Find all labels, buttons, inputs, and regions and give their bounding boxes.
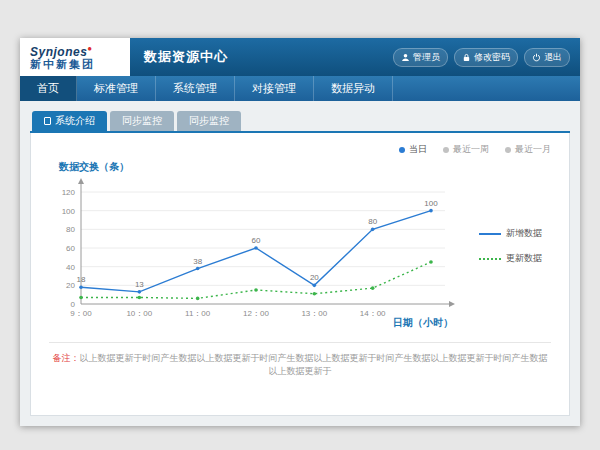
svg-text:14：00: 14：00 xyxy=(360,309,386,318)
footnote-label: 备注： xyxy=(53,353,80,363)
page-title: 数据资源中心 xyxy=(144,48,228,66)
dot-icon xyxy=(399,147,405,153)
user-button[interactable]: 管理员 xyxy=(393,48,448,67)
footnote-text: 以上数据更新于时间产生数据以上数据更新于时间产生数据以上数据更新于时间产生数据以… xyxy=(80,353,548,376)
footnote: 备注：以上数据更新于时间产生数据以上数据更新于时间产生数据以上数据更新于时间产生… xyxy=(49,342,551,378)
change-password-button[interactable]: 修改密码 xyxy=(454,48,518,67)
svg-text:13：00: 13：00 xyxy=(301,309,327,318)
header-actions: 管理员 修改密码 退出 xyxy=(393,48,570,67)
svg-text:100: 100 xyxy=(62,207,76,216)
nav-item-system-mgmt[interactable]: 系统管理 xyxy=(156,76,235,101)
line-sample-solid-icon xyxy=(479,233,501,235)
logout-label: 退出 xyxy=(544,51,562,64)
svg-text:12：00: 12：00 xyxy=(243,309,269,318)
nav-item-data-change[interactable]: 数据异动 xyxy=(314,76,393,101)
main-nav: 首页 标准管理 系统管理 对接管理 数据异动 xyxy=(20,76,580,101)
chart-panel: 当日 最近一周 最近一月 数据交换（条） 0204060801001209：00… xyxy=(30,133,570,416)
nav-item-standard-mgmt[interactable]: 标准管理 xyxy=(77,76,156,101)
desktop-background: Synjones● 新中新集团 数据资源中心 管理员 修改密码 xyxy=(0,0,600,450)
svg-text:18: 18 xyxy=(77,275,86,284)
content-area: 系统介绍 同步监控 同步监控 当日 最近一周 最近一月 数据交换（条） 0204… xyxy=(20,101,580,426)
filter-last-month[interactable]: 最近一月 xyxy=(505,143,551,156)
nav-item-connect-mgmt[interactable]: 对接管理 xyxy=(235,76,314,101)
logo[interactable]: Synjones● 新中新集团 xyxy=(20,38,130,76)
header-bar: 数据资源中心 管理员 修改密码 退出 xyxy=(130,38,580,76)
power-icon xyxy=(532,53,541,62)
lock-icon xyxy=(462,53,471,62)
app-window: Synjones● 新中新集团 数据资源中心 管理员 修改密码 xyxy=(20,38,580,426)
svg-text:9：00: 9：00 xyxy=(70,309,92,318)
svg-text:10：00: 10：00 xyxy=(126,309,152,318)
tab-system-intro[interactable]: 系统介绍 xyxy=(32,111,107,131)
y-axis-title: 数据交换（条） xyxy=(59,160,559,174)
tab-sync-monitor-1[interactable]: 同步监控 xyxy=(110,111,174,131)
svg-text:80: 80 xyxy=(368,217,377,226)
nav-item-home[interactable]: 首页 xyxy=(20,76,77,101)
document-icon xyxy=(44,117,51,125)
line-sample-dotted-icon xyxy=(479,258,501,260)
dot-icon xyxy=(443,147,449,153)
brand-text: Synjones● xyxy=(30,43,130,58)
svg-text:40: 40 xyxy=(66,263,75,272)
filter-last-week[interactable]: 最近一周 xyxy=(443,143,489,156)
svg-text:60: 60 xyxy=(66,244,75,253)
tab-sync-monitor-2[interactable]: 同步监控 xyxy=(177,111,241,131)
svg-text:80: 80 xyxy=(66,225,75,234)
user-icon xyxy=(401,53,410,62)
svg-text:38: 38 xyxy=(193,257,202,266)
logo-dot-icon: ● xyxy=(87,44,92,53)
svg-text:13: 13 xyxy=(135,280,144,289)
svg-text:11：00: 11：00 xyxy=(185,309,211,318)
series-legend: 新增数据 更新数据 xyxy=(479,227,542,265)
range-filters: 当日 最近一周 最近一月 xyxy=(41,139,559,158)
svg-text:100: 100 xyxy=(424,199,438,208)
svg-text:60: 60 xyxy=(252,236,261,245)
svg-text:120: 120 xyxy=(62,188,76,197)
logout-button[interactable]: 退出 xyxy=(524,48,570,67)
dot-icon xyxy=(505,147,511,153)
svg-text:20: 20 xyxy=(66,281,75,290)
user-label: 管理员 xyxy=(413,51,440,64)
brand-subtext: 新中新集团 xyxy=(30,58,130,71)
legend-item-new-data[interactable]: 新增数据 xyxy=(479,227,542,240)
line-chart: 0204060801001209：0010：0011：0012：0013：001… xyxy=(41,176,477,326)
change-password-label: 修改密码 xyxy=(474,51,510,64)
legend-item-updated-data[interactable]: 更新数据 xyxy=(479,252,542,265)
svg-text:20: 20 xyxy=(310,273,319,282)
tab-bar: 系统介绍 同步监控 同步监控 xyxy=(30,111,570,133)
app-header: Synjones● 新中新集团 数据资源中心 管理员 修改密码 xyxy=(20,38,580,76)
svg-text:0: 0 xyxy=(71,300,76,309)
chart-row: 0204060801001209：0010：0011：0012：0013：001… xyxy=(41,176,559,326)
filter-today[interactable]: 当日 xyxy=(399,143,427,156)
